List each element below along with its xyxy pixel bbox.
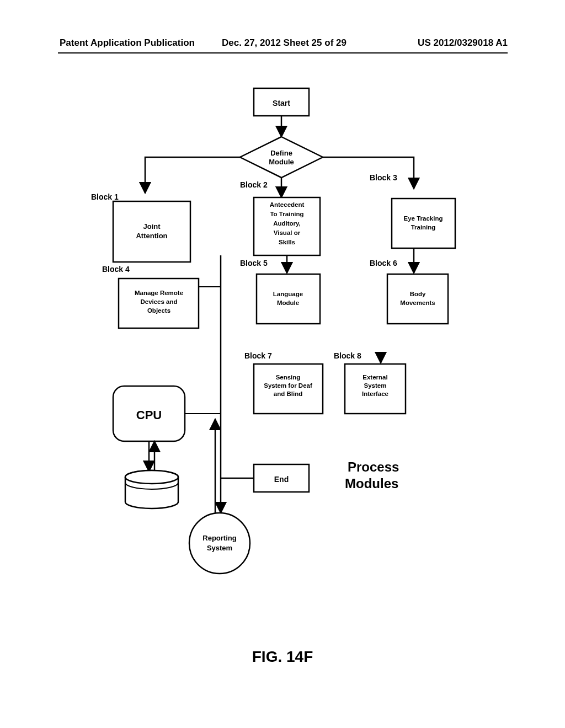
svg-text:To Training: To Training bbox=[270, 211, 303, 217]
svg-text:Sensing: Sensing bbox=[276, 374, 301, 381]
svg-text:Interface: Interface bbox=[362, 390, 388, 397]
b1-label: Block 1 bbox=[91, 192, 119, 201]
svg-text:System for Deaf: System for Deaf bbox=[264, 382, 312, 389]
block5 bbox=[257, 274, 320, 324]
svg-text:Skills: Skills bbox=[279, 239, 295, 245]
svg-text:Antecedent: Antecedent bbox=[270, 201, 305, 208]
title2: Modules bbox=[345, 476, 398, 491]
diagram: Start Define Module Block 1 Block 2 Bloc… bbox=[0, 0, 565, 728]
b7-label: Block 7 bbox=[244, 351, 272, 360]
block6 bbox=[387, 274, 448, 324]
block7 bbox=[254, 364, 323, 414]
cpu-text: CPU bbox=[136, 408, 162, 422]
start-text: Start bbox=[273, 99, 290, 108]
svg-text:and Blind: and Blind bbox=[274, 390, 302, 397]
b4-label: Block 4 bbox=[102, 265, 130, 274]
svg-text:Joint: Joint bbox=[143, 222, 161, 231]
svg-text:External: External bbox=[363, 374, 387, 381]
svg-text:Visual or: Visual or bbox=[274, 229, 301, 236]
block3 bbox=[392, 199, 455, 248]
b8-label: Block 8 bbox=[334, 351, 361, 360]
svg-text:Training: Training bbox=[411, 224, 436, 231]
svg-text:Eye Tracking: Eye Tracking bbox=[404, 215, 443, 222]
block1 bbox=[113, 201, 190, 262]
svg-point-32 bbox=[125, 470, 178, 484]
b2-label: Block 2 bbox=[240, 180, 268, 189]
header-mid: Dec. 27, 2012 Sheet 25 of 29 bbox=[215, 38, 353, 49]
svg-text:Manage Remote: Manage Remote bbox=[135, 290, 183, 296]
svg-text:Body: Body bbox=[410, 291, 426, 297]
header-rule bbox=[58, 52, 508, 53]
b5-label: Block 5 bbox=[240, 259, 268, 267]
title1: Process bbox=[348, 459, 399, 474]
svg-text:Language: Language bbox=[273, 291, 303, 297]
end-text: End bbox=[274, 475, 289, 484]
header-right: US 2012/0329018 A1 bbox=[418, 38, 508, 49]
page: Patent Application Publication Dec. 27, … bbox=[0, 0, 565, 728]
reporting-circle bbox=[189, 513, 250, 574]
svg-text:System: System bbox=[207, 544, 232, 552]
define-t1: Define bbox=[270, 149, 292, 157]
b3-label: Block 3 bbox=[370, 173, 397, 182]
start-box bbox=[254, 88, 309, 116]
block8 bbox=[345, 364, 406, 414]
cpu-box bbox=[113, 386, 185, 441]
svg-text:Auditory,: Auditory, bbox=[273, 220, 301, 227]
end-box bbox=[254, 464, 309, 492]
define-t2: Module bbox=[269, 158, 294, 166]
svg-text:Movements: Movements bbox=[400, 299, 435, 306]
svg-text:System: System bbox=[364, 382, 387, 389]
svg-text:Module: Module bbox=[277, 299, 299, 306]
svg-text:Attention: Attention bbox=[136, 232, 167, 240]
database-icon bbox=[125, 470, 178, 508]
block2 bbox=[254, 197, 320, 255]
svg-text:Devices and: Devices and bbox=[140, 298, 177, 305]
define-diamond bbox=[240, 137, 323, 178]
svg-text:Objects: Objects bbox=[147, 307, 170, 314]
figure-caption: FIG. 14F bbox=[252, 648, 313, 665]
header-left: Patent Application Publication bbox=[60, 38, 195, 49]
block4 bbox=[119, 279, 199, 328]
b6-label: Block 6 bbox=[370, 259, 397, 267]
svg-point-33 bbox=[125, 470, 178, 484]
svg-text:Reporting: Reporting bbox=[202, 534, 236, 542]
